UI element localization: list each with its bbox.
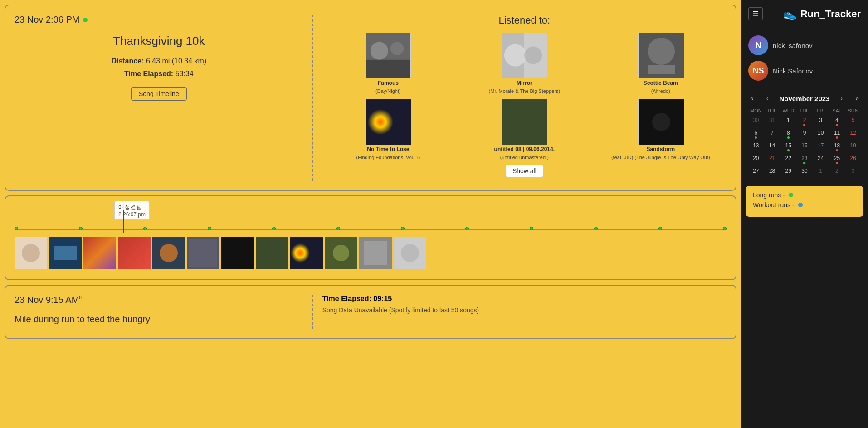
calendar-section: « ‹ November 2023 › » MON TUE WED THU FR… bbox=[741, 88, 868, 181]
cal-day-23[interactable]: 23 bbox=[797, 154, 812, 165]
cal-day-11[interactable]: 11 bbox=[829, 128, 845, 140]
thumb-10 bbox=[325, 237, 357, 269]
cal-day-20[interactable]: 20 bbox=[748, 154, 764, 165]
thumb-11 bbox=[359, 237, 392, 269]
cal-day-19[interactable]: 19 bbox=[845, 141, 861, 153]
distance-value: 6.43 mi (10.34 km) bbox=[146, 57, 206, 65]
cal-prev-button[interactable]: ‹ bbox=[765, 94, 770, 103]
album-art-notime bbox=[366, 99, 411, 144]
calendar-nav: « ‹ November 2023 › » bbox=[748, 94, 861, 103]
cal-day-21[interactable]: 21 bbox=[765, 154, 780, 165]
album-name-mirror: Mirror bbox=[517, 80, 532, 86]
avatar-2: NS bbox=[748, 61, 768, 81]
cal-header-mon: MON bbox=[748, 107, 764, 115]
cal-prev-prev-button[interactable]: « bbox=[748, 94, 756, 103]
cal-header-thu: THU bbox=[797, 107, 812, 115]
timeline-card: 애정결핍 2:26:07 pm bbox=[5, 195, 736, 280]
svg-point-12 bbox=[366, 104, 402, 140]
album-sub-notime: (Finding Foundations, Vol. 1) bbox=[356, 154, 420, 160]
run-card-left: 23 Nov 2:06 PM Thanksgiving 10k Distance… bbox=[15, 15, 313, 181]
avatar-img-1: N bbox=[748, 35, 768, 55]
run-2-date-sup: 0 bbox=[79, 295, 82, 300]
cal-day-6[interactable]: 6 bbox=[748, 128, 764, 140]
album-name-untitled: untitled 08 | 09.06.2014. bbox=[494, 146, 555, 152]
cal-day-22[interactable]: 22 bbox=[780, 154, 796, 165]
username-1: nick_safonov bbox=[773, 42, 813, 49]
cal-next-next-button[interactable]: » bbox=[853, 94, 861, 103]
cal-next-button[interactable]: › bbox=[839, 94, 844, 103]
main-content: 23 Nov 2:06 PM Thanksgiving 10k Distance… bbox=[0, 0, 741, 428]
album-sub-untitled: (untitled unmastered.) bbox=[500, 154, 549, 160]
legend-long-runs: Long runs - bbox=[753, 191, 856, 199]
cal-day-17[interactable]: 17 bbox=[813, 141, 829, 153]
cal-day-10[interactable]: 10 bbox=[813, 128, 829, 140]
cal-day-2[interactable]: 2 bbox=[797, 116, 812, 127]
svg-point-3 bbox=[390, 42, 404, 55]
cal-day-18[interactable]: 18 bbox=[829, 141, 845, 153]
cal-day-3-next[interactable]: 3 bbox=[845, 166, 861, 175]
cal-day-1[interactable]: 1 bbox=[780, 116, 796, 127]
tooltip-song: 애정결핍 bbox=[118, 203, 146, 211]
timeline-node bbox=[143, 227, 147, 230]
cal-day-3[interactable]: 3 bbox=[813, 116, 829, 127]
cal-day-25[interactable]: 25 bbox=[829, 154, 845, 165]
cal-day-31-prev[interactable]: 31 bbox=[765, 116, 780, 127]
timeline-bar-container bbox=[15, 226, 727, 233]
user-item-1[interactable]: N nick_safonov bbox=[748, 35, 861, 55]
cal-day-1-next[interactable]: 1 bbox=[813, 166, 829, 175]
menu-button[interactable]: ☰ bbox=[748, 7, 763, 20]
svg-rect-19 bbox=[54, 246, 77, 260]
cal-day-7[interactable]: 7 bbox=[765, 128, 780, 140]
thumb-4 bbox=[118, 237, 151, 269]
svg-point-15 bbox=[652, 113, 670, 131]
cal-day-14[interactable]: 14 bbox=[765, 141, 780, 153]
album-art-sandstorm bbox=[638, 99, 683, 144]
cal-day-13[interactable]: 13 bbox=[748, 141, 764, 153]
cal-day-15[interactable]: 15 bbox=[780, 141, 796, 153]
svg-point-6 bbox=[504, 44, 527, 67]
cal-day-9[interactable]: 9 bbox=[797, 128, 812, 140]
cal-day-4[interactable]: 4 bbox=[829, 116, 845, 127]
album-item-notime: No Time to Lose (Finding Foundations, Vo… bbox=[322, 99, 454, 160]
cal-day-30[interactable]: 30 bbox=[797, 166, 812, 175]
username-2: Nick Safonov bbox=[773, 67, 813, 75]
timeline-node bbox=[465, 227, 469, 230]
cal-day-8[interactable]: 8 bbox=[780, 128, 796, 140]
app-icon: 👟 bbox=[783, 8, 797, 20]
cal-day-30-prev[interactable]: 30 bbox=[748, 116, 764, 127]
show-all-button[interactable]: Show all bbox=[506, 165, 543, 177]
album-thumbnails-row bbox=[15, 236, 727, 270]
album-art-untitled bbox=[502, 99, 547, 144]
cal-day-27[interactable]: 27 bbox=[748, 166, 764, 175]
album-item-untitled: untitled 08 | 09.06.2014. (untitled unma… bbox=[458, 99, 590, 160]
svg-point-9 bbox=[648, 38, 675, 65]
thumb-12 bbox=[394, 237, 426, 269]
app-title-text: Run_Tracker bbox=[800, 8, 861, 20]
sidebar-header: ☰ 👟 Run_Tracker bbox=[741, 0, 868, 28]
cal-day-16[interactable]: 16 bbox=[797, 141, 812, 153]
run-distance: Distance: 6.43 mi (10.34 km) bbox=[15, 57, 303, 65]
cal-day-24[interactable]: 24 bbox=[813, 154, 829, 165]
timeline-node bbox=[723, 227, 727, 230]
timeline-cursor bbox=[123, 210, 124, 233]
cal-day-5[interactable]: 5 bbox=[845, 116, 861, 127]
cal-day-28[interactable]: 28 bbox=[765, 166, 780, 175]
cal-day-29[interactable]: 29 bbox=[780, 166, 796, 175]
svg-rect-1 bbox=[366, 60, 410, 78]
timeline-node bbox=[79, 227, 83, 230]
album-name-scottie: Scottie Beam bbox=[644, 80, 678, 86]
timeline-node bbox=[530, 227, 533, 230]
run-2-date-text: 23 Nov 9:15 AM0 bbox=[15, 295, 82, 305]
cal-day-12[interactable]: 12 bbox=[845, 128, 861, 140]
user-item-2[interactable]: NS Nick Safonov bbox=[748, 61, 861, 81]
cal-header-sun: SUN bbox=[845, 107, 861, 115]
run-time: Time Elapsed: 53:34 bbox=[15, 70, 303, 78]
svg-point-29 bbox=[290, 239, 317, 267]
cal-day-2-next[interactable]: 2 bbox=[829, 166, 845, 175]
cal-day-26[interactable]: 26 bbox=[845, 154, 861, 165]
svg-point-23 bbox=[160, 244, 178, 262]
legend-workout-runs: Workout runs - bbox=[753, 201, 856, 209]
timeline-tooltip: 애정결핍 2:26:07 pm bbox=[114, 201, 150, 220]
song-timeline-button[interactable]: Song Timeline bbox=[131, 87, 187, 101]
run-date: 23 Nov 2:06 PM bbox=[15, 15, 303, 25]
